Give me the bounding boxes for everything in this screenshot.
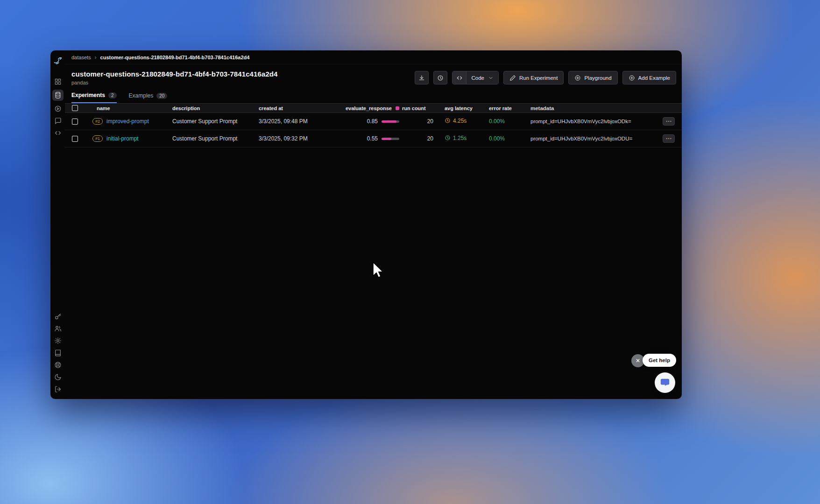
col-header-run-count: run count [402,105,426,111]
evaluate-response-bar [382,138,399,140]
experiment-metadata: prompt_id=UHJvbXB0VmVyc2lvbjoxODU= [530,136,632,141]
experiment-metadata: prompt_id=UHJvbXB0VmVyc2lvbjoxODk= [530,119,631,124]
sidebar-bottom-nav [52,312,64,393]
col-header-name: name [97,105,110,111]
error-rate-value: 0.00% [489,118,505,125]
col-header-description: description [172,105,200,111]
book-icon[interactable] [52,349,64,357]
experiment-name-link[interactable]: initial-prompt [106,135,139,142]
col-header-evaluate-response: evaluate_response [346,105,392,111]
key-icon[interactable] [52,312,64,321]
run-experiment-button[interactable]: Run Experiment [503,71,564,84]
tab-experiments[interactable]: Experiments 2 [71,92,117,103]
experiment-created-at: 3/3/2025, 09:32 PM [259,135,308,142]
col-header-created-at: created at [259,105,283,111]
table-row: #1 initial-prompt Customer Support Promp… [65,130,682,147]
col-header-metadata: metadata [530,105,554,111]
run-count-value: 20 [427,118,433,125]
app-logo[interactable] [53,56,63,65]
tab-bar: Experiments 2 Examples 20 [65,86,682,103]
evaluate-response-bar [382,120,399,123]
page-header: customer-questions-21802849-bd71-4bf4-b7… [65,64,682,86]
code-button[interactable]: Code [452,71,499,84]
col-header-error-rate: error rate [489,105,512,111]
users-icon[interactable] [52,324,64,333]
tab-examples-label: Examples [129,92,154,99]
breadcrumb: datasets › customer-questions-21802849-b… [65,50,682,64]
experiment-number-badge: #2 [92,118,103,125]
select-all-checkbox[interactable] [72,105,78,111]
chat-widget-button[interactable] [655,372,675,393]
error-rate-value: 0.00% [489,135,505,142]
gear-icon[interactable] [52,336,64,345]
breadcrumb-datasets-link[interactable]: datasets [71,55,91,60]
evaluate-response-swatch [396,106,399,110]
evaluate-response-value: 0.85 [367,118,378,125]
run-experiment-label: Run Experiment [519,75,558,81]
avg-latency-value: 1.25s [445,135,467,141]
avg-latency-value: 4.25s [445,118,467,124]
col-header-avg-latency: avg latency [445,105,473,111]
experiment-description: Customer Support Prompt [172,135,237,142]
prompts-code-icon[interactable] [52,129,64,137]
tab-experiments-label: Experiments [71,92,105,98]
experiment-number-badge: #1 [92,135,103,142]
breadcrumb-separator-icon: › [95,54,97,61]
sidebar-top-nav [52,77,64,137]
table-header-row: name description created at evaluate_res… [65,103,682,113]
runs-icon[interactable] [52,105,64,113]
play-circle-icon [574,75,581,81]
apps-icon[interactable] [52,77,64,86]
evaluate-response-value: 0.55 [367,135,378,142]
chat-bubble-icon [660,378,670,388]
desktop-wallpaper: datasets › customer-questions-21802849-b… [0,0,820,504]
clock-icon [445,118,451,124]
row-actions-button[interactable]: ⋯ [663,117,675,126]
evaluate-response-bar-fill [382,120,396,123]
history-button[interactable] [433,71,447,84]
annotations-icon[interactable] [52,117,64,125]
download-button[interactable] [415,71,429,84]
tab-examples[interactable]: Examples 20 [129,92,168,103]
chevron-down-icon [488,75,494,81]
playground-label: Playground [584,75,611,81]
page-subtitle: pandas [71,80,278,85]
get-help-button[interactable]: Get help [643,354,676,367]
help-lifering-icon[interactable] [52,361,64,369]
toolbar: Code Run Experiment Playground [415,71,676,84]
app-window: datasets › customer-questions-21802849-b… [50,50,682,399]
row-checkbox[interactable] [72,119,78,125]
add-example-label: Add Example [638,75,670,81]
pencil-icon [509,75,516,81]
breadcrumb-current: customer-questions-21802849-bd71-4bf4-b7… [100,55,250,60]
clock-icon [437,75,444,81]
evaluate-response-bar-fill [382,138,391,140]
get-help-label: Get help [649,357,670,363]
experiments-table: name description created at evaluate_res… [65,103,682,147]
playground-button[interactable]: Playground [568,71,617,84]
sidebar [50,50,65,399]
download-icon [418,75,425,81]
plus-circle-icon [629,75,635,81]
logout-icon[interactable] [52,385,64,393]
row-checkbox[interactable] [72,136,78,142]
close-icon: ✕ [636,357,640,364]
main-content: datasets › customer-questions-21802849-b… [65,50,682,399]
clock-icon [445,135,451,141]
code-button-label: Code [471,75,484,81]
tab-experiments-count: 2 [108,92,117,98]
tab-examples-count: 20 [156,93,167,99]
table-row: #2 improved-prompt Customer Support Prom… [65,113,682,130]
experiment-name-link[interactable]: improved-prompt [106,118,149,125]
experiment-description: Customer Support Prompt [172,118,237,125]
add-example-button[interactable]: Add Example [622,71,676,84]
row-actions-button[interactable]: ⋯ [663,134,675,143]
experiment-created-at: 3/3/2025, 09:48 PM [259,118,308,125]
run-count-value: 20 [427,135,433,142]
datasets-icon[interactable] [52,90,64,101]
page-title: customer-questions-21802849-bd71-4bf4-b7… [71,70,278,78]
moon-icon[interactable] [52,373,64,381]
code-icon [452,71,467,84]
